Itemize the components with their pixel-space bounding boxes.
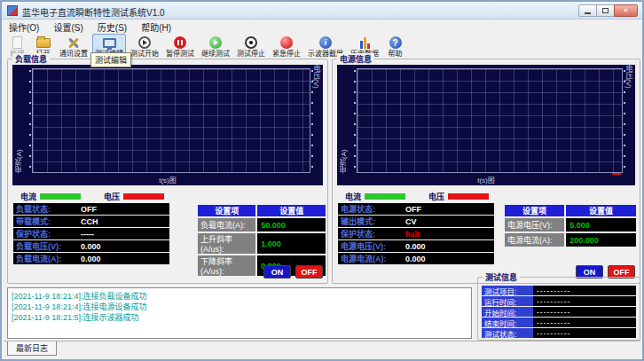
log-line: [2021-11-9 18:21:4]:连接负载设备成功 <box>12 291 467 302</box>
menu-help[interactable]: 帮助(H) <box>134 20 178 34</box>
toolbar-comm-settings-button[interactable]: 通讯设置 <box>57 34 90 59</box>
oscilloscope-screenshot-icon: i <box>318 35 334 50</box>
load-info-group: 负载信息 电流(A) 电压(V) t(s)图 电流 电压 负载状态: OFF 带… <box>7 59 328 284</box>
power-group-title: 电源信息 <box>337 53 374 65</box>
power-info-group: 电源信息 电流(A) 电压(V) t(s)图 电流 电压 电源状态: OFF 输… <box>332 59 640 284</box>
load-chart: 电流(A) 电压(V) t(s)图 <box>12 65 323 185</box>
help-icon: ? <box>388 35 404 50</box>
power-settings-table: 设置项 设置值 电源电压(V): 5.000 电源电流(A): 200.000 <box>503 203 638 248</box>
run-time-value: ---------- <box>533 296 636 306</box>
close-button[interactable]: ✕ <box>614 4 638 17</box>
load-status-table: 负载状态: OFF 带载模式: CCH 保护状态: ----- 负载电压(V):… <box>13 203 169 265</box>
pause-test-icon <box>172 35 188 50</box>
power-chart-cursor-mark <box>612 173 621 175</box>
set-load-current-label: 负载电流(A): <box>198 218 255 232</box>
power-state-value: OFF <box>405 205 494 214</box>
settings-header-value: 设置值 <box>566 205 636 216</box>
load-legend-current-label: 电流 <box>20 191 36 202</box>
toolbar-test-start-label: 测试开始 <box>130 50 159 58</box>
title-bar[interactable]: 蓝华电子直流瞬断特性测试系统V1.0 ✕ <box>2 2 642 20</box>
load-chart-plot-area <box>32 68 310 173</box>
load-chart-legend: 电流 电压 <box>20 191 187 201</box>
load-off-button[interactable]: OFF <box>295 265 323 279</box>
load-chart-y-right-label: 电压(V) <box>311 65 321 173</box>
power-chart-legend: 电流 电压 <box>345 191 512 201</box>
app-icon <box>7 5 18 16</box>
minimize-icon <box>585 12 591 14</box>
set-rise-slope-value: 1.000 <box>257 233 326 254</box>
settings-header-item: 设置项 <box>198 205 255 216</box>
power-chart-plot-area <box>357 68 623 173</box>
run-time-label: 运行时间: <box>482 296 533 306</box>
power-voltage-value: 0.000 <box>405 242 494 251</box>
load-on-button[interactable]: ON <box>263 265 291 279</box>
load-current-value: 0.000 <box>81 255 169 263</box>
set-power-current-value: 200.000 <box>566 233 636 247</box>
power-chart-y-left-label: 电流(A) <box>339 65 349 173</box>
menu-settings[interactable]: 设置(S) <box>46 20 90 34</box>
power-status-table: 电源状态: OFF 输出模式: CV 保护状态: halt 电源电压(V): 0… <box>338 203 494 265</box>
table-row: 负载电流(A): 0.000 <box>13 253 169 264</box>
set-power-voltage-label: 电源电压(V): <box>505 218 564 232</box>
table-row: 电源状态: OFF <box>338 203 494 215</box>
menu-operation[interactable]: 操作(O) <box>2 20 46 34</box>
toolbar-comm-settings-label: 通讯设置 <box>59 50 88 58</box>
toolbar-stop-test-button[interactable]: 测试停止 <box>234 34 268 59</box>
toolbar-pause-test-button[interactable]: 暂停测试 <box>163 34 197 59</box>
table-row: 测试项目: ---------- <box>482 286 636 295</box>
resume-test-icon <box>208 35 224 50</box>
test-item-value: ---------- <box>533 286 636 295</box>
load-protect-label: 保护状态: <box>13 228 81 239</box>
load-chart-x-label: t(s)图 <box>12 175 323 184</box>
test-info-title: 测试信息 <box>483 271 520 283</box>
load-legend-current-swatch <box>40 193 81 200</box>
load-group-title: 负载信息 <box>12 53 50 65</box>
test-info-group: 测试信息 测试项目: ---------- 运行时间: ---------- 开… <box>477 277 640 341</box>
load-mode-label: 带载模式: <box>13 216 81 227</box>
load-protect-value: ----- <box>81 230 169 239</box>
power-legend-current-swatch <box>365 193 405 200</box>
window-title: 蓝华电子直流瞬断特性测试系统V1.0 <box>22 5 165 19</box>
menu-history[interactable]: 历史(S) <box>90 20 134 34</box>
menu-bar: 操作(O) 设置(S) 历史(S) 帮助(H) <box>2 20 642 34</box>
log-line: [2021-11-9 18:21:4]:连接电源设备成功 <box>12 302 467 312</box>
stop-test-icon <box>243 35 259 50</box>
start-time-label: 开始时间: <box>482 307 533 317</box>
toolbar-resume-test-button[interactable]: 继续测试 <box>199 34 232 59</box>
minimize-button[interactable] <box>578 4 597 17</box>
app-window: 蓝华电子直流瞬断特性测试系统V1.0 ✕ 操作(O) 设置(S) 历史(S) 帮… <box>0 0 644 361</box>
power-current-label: 电源电流(A): <box>338 253 405 264</box>
power-state-label: 电源状态: <box>338 203 405 215</box>
power-chart-x-label: t(s)图 <box>337 175 635 184</box>
table-row: 结束时间: ---------- <box>482 318 636 327</box>
table-row: 开始时间: ---------- <box>482 307 636 317</box>
power-voltage-label: 电源电压(V): <box>338 240 405 252</box>
table-row: 保护状态: halt <box>338 228 494 239</box>
table-row: 测试状态: ---------- <box>482 328 636 338</box>
emergency-stop-icon <box>279 35 295 50</box>
load-chart-y-left-label: 电流(A) <box>14 65 24 173</box>
table-row: 负载状态: OFF <box>13 203 169 215</box>
toolbar-resume-test-label: 继续测试 <box>201 50 230 58</box>
maximize-button[interactable] <box>596 4 615 17</box>
toolbar-help-button[interactable]: ? 帮助 <box>383 34 407 59</box>
power-chart-y-right-label: 电压(V) <box>624 65 633 173</box>
log-line: [2021-11-9 18:21:5]:连接示波器成功 <box>12 312 467 323</box>
power-mode-value: CV <box>405 217 494 226</box>
table-row: 保护状态: ----- <box>13 228 169 239</box>
test-edit-icon <box>101 35 117 50</box>
end-time-label: 结束时间: <box>482 318 533 327</box>
power-mode-label: 输出模式: <box>338 216 405 227</box>
tab-latest-log[interactable]: 最新日志 <box>7 341 57 356</box>
power-protect-value: halt <box>405 230 494 239</box>
toolbar-emergency-stop-button[interactable]: 紧急停止 <box>270 34 303 59</box>
toolbar-test-start-button[interactable]: 测试开始 <box>128 34 161 59</box>
load-state-value: OFF <box>81 205 169 214</box>
load-chart-left-ticks <box>29 70 31 171</box>
power-chart-left-ticks <box>354 70 356 171</box>
log-listbox[interactable]: [2021-11-9 18:21:4]:连接负载设备成功 [2021-11-9 … <box>7 287 472 339</box>
tooltip-test-edit: 测试编辑 <box>90 52 131 67</box>
table-row: 电源电流(A): 0.000 <box>338 253 494 264</box>
load-mode-value: CCH <box>81 217 169 226</box>
toolbar-help-label: 帮助 <box>389 50 403 58</box>
